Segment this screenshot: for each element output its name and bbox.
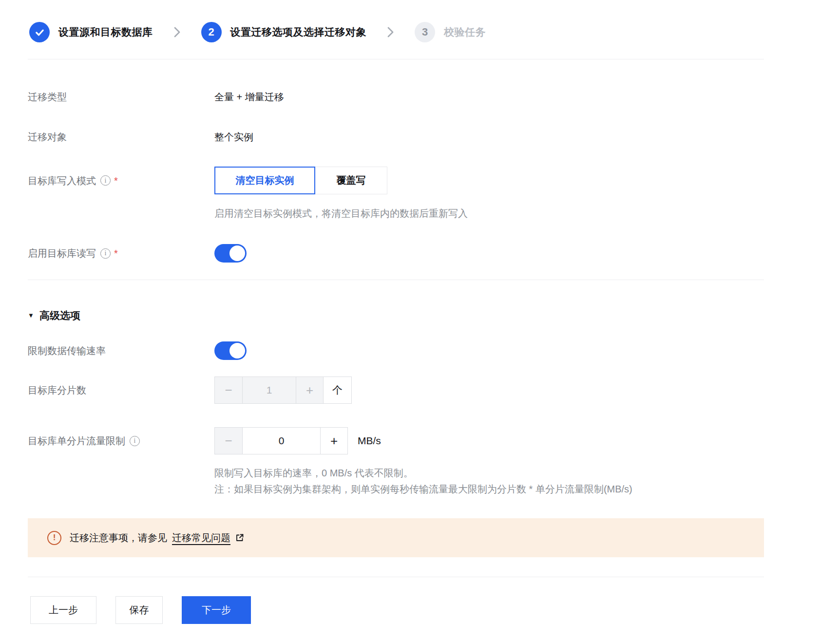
step-source-target[interactable]: 设置源和目标数据库 — [29, 22, 153, 42]
step-2-label: 设置迁移选项及选择迁移对象 — [230, 25, 367, 39]
rate-limit-row: 限制数据传输速率 — [28, 341, 764, 360]
write-mode-value: 清空目标实例 覆盖写 启用清空目标实例模式，将清空目标库内的数据后重新写入 — [214, 167, 468, 220]
shard-count-stepper: − + 个 — [214, 377, 352, 404]
divider — [28, 577, 764, 577]
tab-overwrite[interactable]: 覆盖写 — [315, 167, 387, 194]
migration-object-value: 整个实例 — [214, 131, 253, 143]
shard-count-input-cell — [242, 377, 296, 403]
step-verify-task: 3 校验任务 — [415, 22, 486, 42]
migration-object-row: 迁移对象 整个实例 — [28, 131, 764, 143]
required-asterisk: * — [114, 174, 118, 187]
per-shard-limit-input[interactable] — [243, 434, 320, 447]
minus-icon: − — [215, 377, 242, 403]
notice-text: 迁移注意事项，请参见 — [70, 531, 167, 545]
migration-wizard-page: 设置源和目标数据库 2 设置迁移选项及选择迁移对象 3 校验任务 迁移类型 全量… — [0, 19, 840, 624]
migration-faq-link[interactable]: 迁移常见问题 — [172, 531, 230, 545]
enable-target-rw-toggle[interactable] — [214, 244, 247, 263]
per-shard-limit-label: 目标库单分片流量限制 — [28, 434, 125, 447]
info-icon[interactable] — [100, 175, 111, 186]
migration-type-row: 迁移类型 全量 + 增量迁移 — [28, 91, 764, 103]
step-options-objects[interactable]: 2 设置迁移选项及选择迁移对象 — [201, 22, 367, 42]
migration-object-label: 迁移对象 — [28, 131, 214, 143]
per-shard-limit-input-cell — [242, 428, 320, 454]
rate-limit-toggle[interactable] — [214, 341, 247, 360]
footer-actions: 上一步 保存 下一步 — [28, 596, 764, 624]
plus-icon: + — [296, 377, 323, 403]
write-mode-tabs: 清空目标实例 覆盖写 — [214, 167, 468, 194]
shard-count-row: 目标库分片数 − + 个 — [28, 377, 764, 404]
step-done-check-icon — [29, 22, 50, 42]
shard-count-unit: 个 — [323, 377, 351, 403]
per-shard-limit-help: 限制写入目标库的速率，0 MB/s 代表不限制。 注：如果目标实例为集群架构，则… — [214, 465, 632, 497]
tab-clear-target-instance[interactable]: 清空目标实例 — [214, 167, 315, 194]
migration-type-value: 全量 + 增量迁移 — [214, 91, 284, 103]
save-button[interactable]: 保存 — [115, 596, 163, 624]
form-content: 迁移类型 全量 + 增量迁移 迁移对象 整个实例 目标库写入模式 * 清空目标实… — [0, 59, 840, 624]
required-asterisk: * — [114, 247, 118, 260]
per-shard-limit-help-line1: 限制写入目标库的速率，0 MB/s 代表不限制。 — [214, 465, 632, 481]
shard-count-input — [243, 384, 296, 396]
minus-icon: − — [215, 428, 242, 454]
rate-limit-label: 限制数据传输速率 — [28, 341, 214, 360]
migration-options-form: 迁移类型 全量 + 增量迁移 迁移对象 整个实例 目标库写入模式 * 清空目标实… — [28, 59, 764, 497]
info-icon[interactable] — [100, 248, 111, 259]
next-step-button[interactable]: 下一步 — [182, 596, 251, 624]
write-mode-label: 目标库写入模式 — [28, 174, 96, 187]
write-mode-help-text: 启用清空目标实例模式，将清空目标库内的数据后重新写入 — [214, 207, 468, 220]
enable-target-rw-row: 启用目标库读写 * — [28, 244, 764, 263]
chevron-right-icon — [173, 26, 181, 38]
step-1-label: 设置源和目标数据库 — [58, 25, 153, 39]
per-shard-limit-label-group: 目标库单分片流量限制 — [28, 427, 214, 454]
per-shard-limit-row: 目标库单分片流量限制 − + MB/s — [28, 427, 764, 497]
per-shard-limit-suffix: MB/s — [358, 435, 381, 447]
shard-count-label: 目标库分片数 — [28, 377, 214, 404]
chevron-right-icon — [387, 26, 394, 38]
migration-type-label: 迁移类型 — [28, 91, 214, 103]
per-shard-limit-stepper: − + — [214, 427, 348, 454]
prev-step-button[interactable]: 上一步 — [30, 596, 96, 624]
triangle-down-icon — [28, 312, 34, 319]
write-mode-label-group: 目标库写入模式 * — [28, 167, 214, 194]
plus-icon[interactable]: + — [320, 428, 347, 454]
notice-banner: 迁移注意事项，请参见 迁移常见问题 — [28, 518, 764, 557]
step-3-label: 校验任务 — [444, 25, 486, 39]
enable-target-rw-label-group: 启用目标库读写 * — [28, 244, 214, 263]
per-shard-limit-help-line2: 注：如果目标实例为集群架构，则单实例每秒传输流量最大限制为分片数 * 单分片流量… — [214, 481, 632, 497]
advanced-options-title: 高级选项 — [39, 309, 80, 322]
step-3-badge: 3 — [415, 22, 435, 42]
enable-target-rw-label: 启用目标库读写 — [28, 247, 96, 260]
write-mode-row: 目标库写入模式 * 清空目标实例 覆盖写 启用清空目标实例模式，将清空目标库内的… — [28, 167, 764, 220]
external-link-icon[interactable] — [235, 533, 245, 543]
wizard-stepper: 设置源和目标数据库 2 设置迁移选项及选择迁移对象 3 校验任务 — [29, 19, 840, 45]
info-icon[interactable] — [130, 436, 140, 446]
step-2-badge: 2 — [201, 22, 222, 42]
per-shard-limit-value: − + MB/s 限制写入目标库的速率，0 MB/s 代表不限制。 注：如果目标… — [214, 427, 632, 497]
advanced-options-header[interactable]: 高级选项 — [28, 280, 764, 322]
alert-circle-icon — [47, 531, 61, 545]
